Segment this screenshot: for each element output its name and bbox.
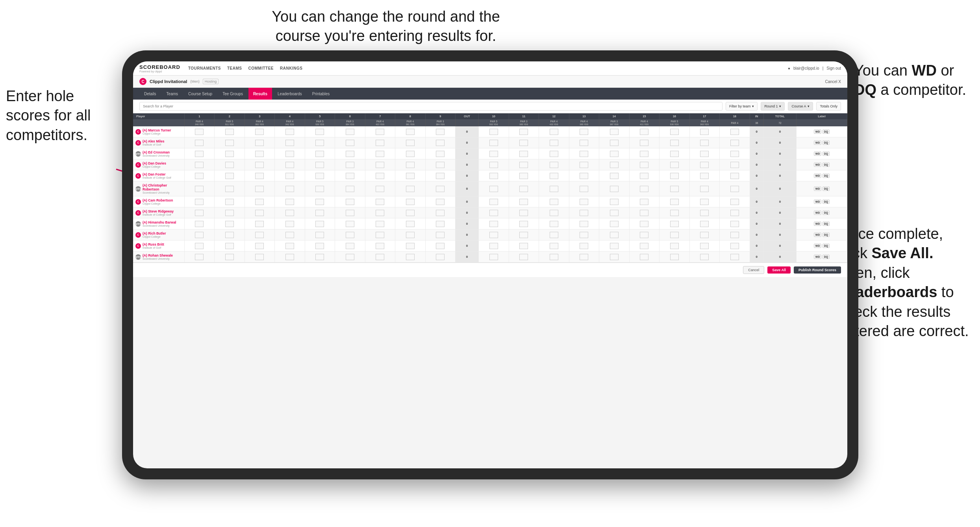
player-name[interactable]: (A) Christopher Robertson bbox=[143, 183, 183, 191]
hole-13-input[interactable] bbox=[580, 221, 588, 227]
hole-4-input[interactable] bbox=[285, 199, 294, 205]
hole-9-score[interactable] bbox=[425, 126, 456, 137]
hole-9-input[interactable] bbox=[436, 173, 445, 179]
hole-5-score[interactable] bbox=[305, 137, 335, 148]
hole-14-score[interactable] bbox=[599, 181, 630, 196]
wd-button[interactable]: WD bbox=[814, 187, 822, 191]
hole-15-input[interactable] bbox=[640, 129, 648, 135]
hole-18-score[interactable] bbox=[720, 251, 750, 263]
player-name[interactable]: (A) Cam Robertson bbox=[143, 198, 173, 202]
hole-13-score[interactable] bbox=[569, 207, 599, 218]
hole-8-input[interactable] bbox=[406, 151, 415, 157]
hole-9-score[interactable] bbox=[425, 148, 456, 159]
tab-teams[interactable]: Teams bbox=[162, 88, 183, 100]
hole-13-score[interactable] bbox=[569, 137, 599, 148]
player-name[interactable]: (A) Alex Miles bbox=[143, 139, 164, 143]
hole-2-input[interactable] bbox=[225, 151, 234, 157]
hole-2-input[interactable] bbox=[225, 254, 234, 260]
hole-15-input[interactable] bbox=[640, 221, 648, 227]
hole-6-score[interactable] bbox=[335, 137, 365, 148]
wd-button[interactable]: WD bbox=[814, 233, 822, 237]
hole-7-input[interactable] bbox=[376, 210, 384, 216]
hole-16-score[interactable] bbox=[660, 240, 690, 251]
wd-button[interactable]: WD bbox=[814, 163, 822, 167]
hole-4-score[interactable] bbox=[275, 159, 305, 170]
hole-1-input[interactable] bbox=[195, 232, 204, 238]
hole-11-input[interactable] bbox=[519, 151, 528, 157]
hole-2-score[interactable] bbox=[215, 159, 245, 170]
hole-13-input[interactable] bbox=[580, 232, 588, 238]
hole-2-input[interactable] bbox=[225, 221, 234, 227]
tab-tee-groups[interactable]: Tee Groups bbox=[218, 88, 248, 100]
hole-17-input[interactable] bbox=[700, 221, 709, 227]
hole-11-score[interactable] bbox=[509, 170, 539, 181]
hole-11-input[interactable] bbox=[519, 162, 528, 168]
hole-8-score[interactable] bbox=[395, 207, 426, 218]
hole-16-input[interactable] bbox=[670, 151, 679, 157]
hole-10-score[interactable] bbox=[479, 159, 509, 170]
hole-18-input[interactable] bbox=[730, 254, 739, 260]
hole-5-input[interactable] bbox=[315, 243, 324, 249]
dq-button[interactable]: DQ bbox=[823, 255, 830, 259]
hole-11-score[interactable] bbox=[509, 159, 539, 170]
hole-18-input[interactable] bbox=[730, 140, 739, 146]
hole-13-input[interactable] bbox=[580, 243, 588, 249]
tab-printables[interactable]: Printables bbox=[308, 88, 334, 100]
hole-5-score[interactable] bbox=[305, 207, 335, 218]
hole-14-score[interactable] bbox=[599, 159, 630, 170]
hole-9-input[interactable] bbox=[436, 210, 445, 216]
hole-17-input[interactable] bbox=[700, 210, 709, 216]
hole-15-score[interactable] bbox=[629, 218, 660, 229]
hole-6-input[interactable] bbox=[346, 254, 354, 260]
hole-14-input[interactable] bbox=[610, 129, 619, 135]
hole-18-score[interactable] bbox=[720, 229, 750, 240]
hole-7-input[interactable] bbox=[376, 232, 384, 238]
hole-3-score[interactable] bbox=[245, 251, 275, 263]
hole-2-score[interactable] bbox=[215, 137, 245, 148]
hole-12-input[interactable] bbox=[550, 129, 558, 135]
tab-leaderboards[interactable]: Leaderboards bbox=[273, 88, 307, 100]
hole-6-input[interactable] bbox=[346, 186, 354, 192]
hole-1-input[interactable] bbox=[195, 162, 204, 168]
hole-17-score[interactable] bbox=[689, 126, 720, 137]
hole-10-input[interactable] bbox=[489, 199, 498, 205]
sign-out-link[interactable]: Sign out bbox=[826, 66, 841, 70]
hole-15-input[interactable] bbox=[640, 173, 648, 179]
hole-3-score[interactable] bbox=[245, 207, 275, 218]
hole-10-input[interactable] bbox=[489, 129, 498, 135]
hole-10-input[interactable] bbox=[489, 162, 498, 168]
hole-15-score[interactable] bbox=[629, 137, 660, 148]
hole-15-input[interactable] bbox=[640, 210, 648, 216]
hole-15-score[interactable] bbox=[629, 126, 660, 137]
hole-12-input[interactable] bbox=[550, 199, 558, 205]
hole-1-score[interactable] bbox=[184, 148, 215, 159]
hole-17-input[interactable] bbox=[700, 151, 709, 157]
hole-1-input[interactable] bbox=[195, 243, 204, 249]
hole-4-input[interactable] bbox=[285, 243, 294, 249]
hole-6-input[interactable] bbox=[346, 232, 354, 238]
hole-11-input[interactable] bbox=[519, 173, 528, 179]
hole-9-input[interactable] bbox=[436, 221, 445, 227]
hole-6-input[interactable] bbox=[346, 210, 354, 216]
hole-7-input[interactable] bbox=[376, 129, 384, 135]
hole-14-score[interactable] bbox=[599, 196, 630, 207]
player-name[interactable]: (A) Ed Crossman bbox=[143, 150, 170, 154]
hole-4-score[interactable] bbox=[275, 126, 305, 137]
hole-18-input[interactable] bbox=[730, 243, 739, 249]
hole-12-score[interactable] bbox=[539, 148, 569, 159]
hole-7-score[interactable] bbox=[365, 181, 395, 196]
hole-18-score[interactable] bbox=[720, 218, 750, 229]
hole-18-score[interactable] bbox=[720, 240, 750, 251]
hole-14-score[interactable] bbox=[599, 170, 630, 181]
hole-1-score[interactable] bbox=[184, 218, 215, 229]
hole-9-input[interactable] bbox=[436, 232, 445, 238]
hole-1-input[interactable] bbox=[195, 199, 204, 205]
hole-18-score[interactable] bbox=[720, 196, 750, 207]
totals-only-button[interactable]: Totals Only bbox=[816, 102, 841, 111]
hole-17-score[interactable] bbox=[689, 251, 720, 263]
hole-3-input[interactable] bbox=[255, 151, 264, 157]
hole-2-score[interactable] bbox=[215, 207, 245, 218]
hole-9-score[interactable] bbox=[425, 229, 456, 240]
hole-3-score[interactable] bbox=[245, 126, 275, 137]
hole-10-input[interactable] bbox=[489, 151, 498, 157]
